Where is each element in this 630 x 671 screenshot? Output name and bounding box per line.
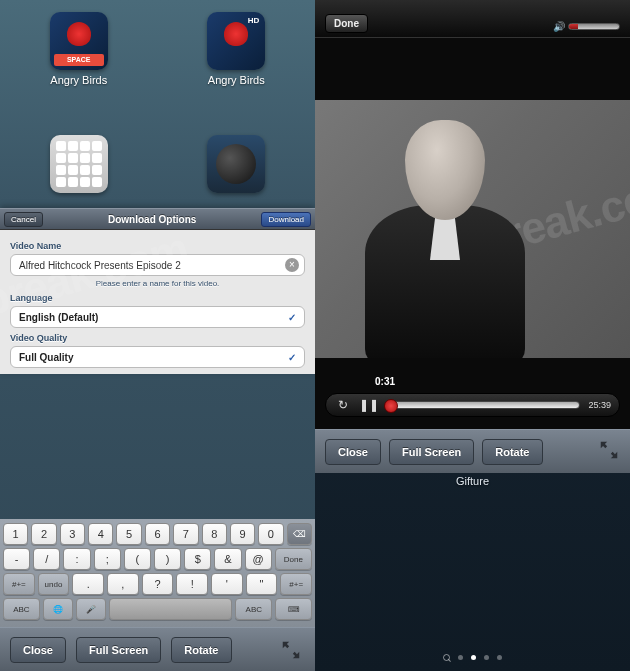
key[interactable]: ! — [176, 573, 208, 595]
app-icon: SPACE — [50, 12, 108, 70]
check-icon: ✓ — [288, 312, 296, 323]
key[interactable]: & — [214, 548, 241, 570]
spotlight-dot[interactable] — [443, 654, 450, 661]
key-abc[interactable]: ABC — [235, 598, 272, 620]
page-dot[interactable] — [484, 655, 489, 660]
download-button[interactable]: Download — [261, 212, 311, 227]
key[interactable]: ; — [94, 548, 121, 570]
key-backspace[interactable]: ⌫ — [287, 523, 312, 545]
rotate-button[interactable]: Rotate — [171, 637, 231, 663]
key-undo[interactable]: undo — [38, 573, 70, 595]
page-dot[interactable] — [458, 655, 463, 660]
page-dots[interactable] — [315, 654, 630, 661]
key[interactable]: - — [3, 548, 30, 570]
app-icon — [50, 135, 108, 193]
clear-icon[interactable]: × — [285, 258, 299, 272]
keyboard: 1 2 3 4 5 6 7 8 9 0 ⌫ - / : ; ( ) $ & @ … — [0, 519, 315, 627]
language-select[interactable]: English (Default) ✓ — [10, 306, 305, 328]
key[interactable]: @ — [245, 548, 272, 570]
dialog-title: Download Options — [108, 214, 196, 225]
current-time: 0:31 — [365, 376, 405, 387]
key-symbols[interactable]: #+= — [3, 573, 35, 595]
speaker-icon: 🔊 — [553, 21, 565, 32]
key-symbols[interactable]: #+= — [280, 573, 312, 595]
duration: 25:39 — [588, 400, 611, 410]
cancel-button[interactable]: Cancel — [4, 212, 43, 227]
video-frame[interactable]: iJailbreak.com — [315, 100, 630, 358]
key[interactable]: 2 — [31, 523, 56, 545]
key[interactable]: $ — [184, 548, 211, 570]
key[interactable]: / — [33, 548, 60, 570]
expand-icon[interactable] — [598, 439, 620, 465]
key[interactable]: 3 — [60, 523, 85, 545]
toolbar: Close Full Screen Rotate — [315, 429, 630, 473]
quality-select[interactable]: Full Quality ✓ — [10, 346, 305, 368]
video-player: Done 🔊 iJailbreak.com 0:31 ↻ ❚❚ 25: — [315, 0, 630, 429]
quality-label: Video Quality — [10, 333, 305, 343]
key-space[interactable] — [109, 598, 233, 620]
fullscreen-button[interactable]: Full Screen — [389, 439, 474, 465]
key[interactable]: : — [63, 548, 90, 570]
key[interactable]: ( — [124, 548, 151, 570]
app-label: Angry Birds — [208, 74, 265, 86]
fullscreen-button[interactable]: Full Screen — [76, 637, 161, 663]
key-mic[interactable]: 🎤 — [76, 598, 106, 620]
rewind-button[interactable]: ↻ — [334, 396, 352, 414]
page-dot[interactable] — [497, 655, 502, 660]
app-keyboard[interactable] — [14, 135, 144, 197]
toolbar: Close Full Screen Rotate — [0, 627, 315, 671]
video-content — [355, 110, 535, 358]
key[interactable]: " — [246, 573, 278, 595]
check-icon: ✓ — [288, 352, 296, 363]
key[interactable]: 0 — [258, 523, 283, 545]
key[interactable]: 6 — [145, 523, 170, 545]
scrubber[interactable] — [386, 401, 580, 409]
playback-controls: 0:31 ↻ ❚❚ 25:39 — [325, 376, 620, 417]
key-done[interactable]: Done — [275, 548, 312, 570]
key[interactable]: 5 — [116, 523, 141, 545]
expand-icon[interactable] — [277, 636, 305, 664]
dialog-header: Cancel Download Options Download — [0, 208, 315, 230]
close-button[interactable]: Close — [325, 439, 381, 465]
key[interactable]: 9 — [230, 523, 255, 545]
app-label: Angry Birds — [50, 74, 107, 86]
app-angry-birds-hd[interactable]: Angry Birds — [171, 12, 301, 86]
key[interactable]: 7 — [173, 523, 198, 545]
key-hide[interactable]: ⌨ — [275, 598, 312, 620]
pause-button[interactable]: ❚❚ — [360, 396, 378, 414]
app-icon — [207, 12, 265, 70]
key[interactable]: , — [107, 573, 139, 595]
volume-slider[interactable]: 🔊 — [550, 19, 620, 33]
app-chain-chomp[interactable] — [171, 135, 301, 197]
key[interactable]: 4 — [88, 523, 113, 545]
key[interactable]: ) — [154, 548, 181, 570]
key[interactable]: 1 — [3, 523, 28, 545]
done-button[interactable]: Done — [325, 14, 368, 33]
app-label-gifture: Gifture — [315, 475, 630, 487]
key[interactable]: 8 — [202, 523, 227, 545]
key[interactable]: ' — [211, 573, 243, 595]
app-angry-birds-space[interactable]: SPACE Angry Birds — [14, 12, 144, 86]
key[interactable]: ? — [142, 573, 174, 595]
page-dot-active[interactable] — [471, 655, 476, 660]
key[interactable]: . — [72, 573, 104, 595]
app-icon — [207, 135, 265, 193]
close-button[interactable]: Close — [10, 637, 66, 663]
rotate-button[interactable]: Rotate — [482, 439, 542, 465]
key-globe[interactable]: 🌐 — [43, 598, 73, 620]
key-abc[interactable]: ABC — [3, 598, 40, 620]
